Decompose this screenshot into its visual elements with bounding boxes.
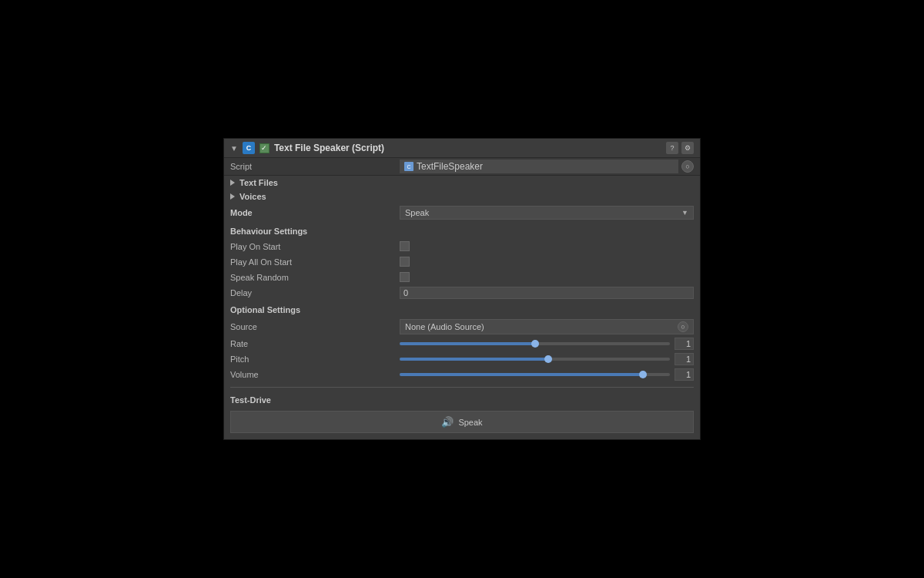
- text-files-triangle-icon: [230, 180, 235, 186]
- script-value[interactable]: C TextFileSpeaker: [400, 160, 678, 173]
- mode-dropdown[interactable]: Speak ▼: [400, 206, 694, 220]
- speak-random-checkbox[interactable]: [400, 272, 410, 282]
- behaviour-settings-header: Behaviour Settings: [224, 223, 700, 239]
- script-row: Script C TextFileSpeaker ○: [224, 158, 700, 176]
- optional-settings-header: Optional Settings: [224, 302, 700, 318]
- volume-slider-thumb[interactable]: [639, 371, 647, 378]
- script-icon: C: [404, 162, 413, 171]
- dropdown-arrow-icon: ▼: [681, 209, 688, 217]
- rate-slider-thumb[interactable]: [531, 340, 539, 348]
- settings-button[interactable]: ⚙: [681, 142, 694, 154]
- pitch-slider-container: 1: [400, 353, 694, 365]
- source-row: Source None (Audio Source) ○: [224, 318, 700, 336]
- play-all-on-start-row: Play All On Start: [224, 254, 700, 270]
- rate-row: Rate 1: [224, 336, 700, 351]
- delay-value: [400, 287, 694, 299]
- play-on-start-label: Play On Start: [230, 242, 400, 251]
- rate-slider-container: 1: [400, 338, 694, 350]
- pitch-label: Pitch: [230, 355, 400, 364]
- rate-slider-fill: [400, 342, 535, 345]
- rate-slider-track: [400, 342, 670, 345]
- play-on-start-row: Play On Start: [224, 239, 700, 254]
- pitch-slider-value[interactable]: 1: [675, 353, 694, 365]
- divider: [230, 387, 694, 388]
- volume-row: Volume 1: [224, 367, 700, 382]
- play-on-start-value: [400, 241, 694, 253]
- speak-random-value: [400, 272, 694, 284]
- volume-slider-value[interactable]: 1: [675, 368, 694, 381]
- play-on-start-checkbox[interactable]: [400, 241, 410, 251]
- source-field[interactable]: None (Audio Source) ○: [400, 319, 694, 334]
- delay-label: Delay: [230, 288, 400, 297]
- pitch-slider-track: [400, 358, 670, 361]
- play-all-on-start-label: Play All On Start: [230, 257, 400, 267]
- rate-slider-value[interactable]: 1: [675, 338, 694, 350]
- script-label: Script: [230, 162, 400, 171]
- volume-label: Volume: [230, 370, 400, 379]
- pitch-slider-thumb[interactable]: [544, 355, 552, 363]
- collapse-arrow-icon[interactable]: ▼: [230, 144, 238, 153]
- component-title: Text File Speaker (Script): [274, 143, 661, 153]
- speak-button[interactable]: 🔊 Speak: [230, 411, 694, 433]
- volume-slider-fill: [400, 373, 643, 376]
- text-files-label: Text Files: [239, 178, 278, 187]
- volume-slider-track: [400, 373, 670, 376]
- pitch-row: Pitch 1: [224, 351, 700, 367]
- speak-button-label: Speak: [458, 418, 482, 427]
- inspector-panel: ▼ C ✓ Text File Speaker (Script) ? ⚙ Scr…: [223, 138, 701, 440]
- component-icon: C: [243, 142, 255, 154]
- source-circle-btn[interactable]: ○: [678, 321, 688, 332]
- play-all-on-start-checkbox[interactable]: [400, 257, 410, 267]
- voices-collapse[interactable]: Voices: [224, 190, 700, 203]
- test-drive-header: Test-Drive: [224, 392, 700, 408]
- speak-random-label: Speak Random: [230, 273, 400, 282]
- play-all-on-start-value: [400, 257, 694, 268]
- delay-row: Delay: [224, 285, 700, 301]
- script-name: TextFileSpeaker: [417, 161, 483, 172]
- mode-label: Mode: [230, 208, 400, 217]
- rate-label: Rate: [230, 339, 400, 348]
- volume-slider-container: 1: [400, 368, 694, 381]
- enable-checkbox[interactable]: ✓: [259, 143, 270, 153]
- pitch-slider-fill: [400, 358, 548, 361]
- voices-label: Voices: [239, 192, 266, 201]
- speak-random-row: Speak Random: [224, 270, 700, 285]
- source-label: Source: [230, 322, 400, 331]
- component-header: ▼ C ✓ Text File Speaker (Script) ? ⚙: [224, 139, 700, 158]
- text-files-collapse[interactable]: Text Files: [224, 176, 700, 190]
- mode-row: Mode Speak ▼: [224, 203, 700, 222]
- header-icons: ? ⚙: [666, 142, 694, 154]
- help-button[interactable]: ?: [666, 142, 678, 154]
- voices-triangle-icon: [230, 193, 235, 200]
- mode-value: Speak: [405, 208, 429, 217]
- delay-input[interactable]: [400, 287, 694, 299]
- source-value: None (Audio Source): [405, 322, 484, 331]
- script-circle-btn[interactable]: ○: [681, 160, 694, 173]
- speaker-icon: 🔊: [441, 416, 454, 428]
